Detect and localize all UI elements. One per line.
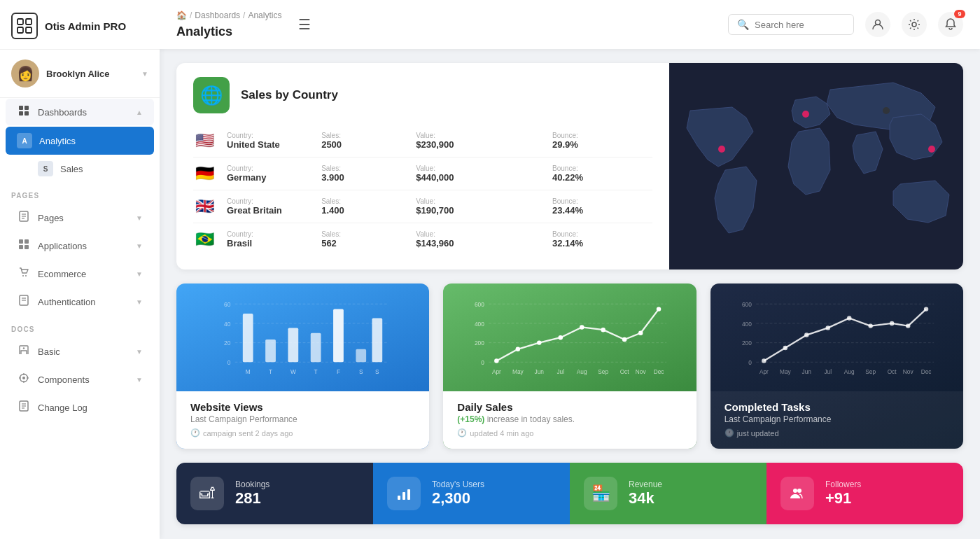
svg-point-115 xyxy=(793,489,797,493)
bounce-us: Bounce: 29.9% xyxy=(552,132,652,150)
stats-row: 🛋 Bookings 281 Today's Users 2,300 🏪 R xyxy=(176,463,963,524)
svg-text:Apr: Apr xyxy=(760,368,769,375)
svg-text:Jun: Jun xyxy=(802,368,811,375)
main-content: 🏠 / Dashboards / Analytics Analytics ☰ 🔍… xyxy=(160,0,980,539)
revenue-info: Revenue 34k xyxy=(629,479,662,507)
sidebar-item-dashboards[interactable]: Dashboards ▲ xyxy=(6,99,154,125)
user-icon-button[interactable] xyxy=(865,12,890,37)
changelog-label: Change Log xyxy=(38,402,143,413)
sales-br: Sales: 562 xyxy=(321,230,405,248)
flag-gb: 🇬🇧 xyxy=(193,197,216,216)
svg-point-74 xyxy=(622,337,626,342)
svg-text:Aug: Aug xyxy=(577,368,587,375)
svg-text:400: 400 xyxy=(475,321,484,328)
notification-badge: 9 xyxy=(954,10,965,18)
svg-point-72 xyxy=(580,325,584,329)
svg-rect-4 xyxy=(19,106,23,110)
sales-de: Sales: 3.900 xyxy=(321,164,405,183)
bookings-stat: 🛋 Bookings 281 xyxy=(176,463,373,524)
sidebar-item-ecommerce[interactable]: Ecommerce ▼ xyxy=(6,260,154,287)
sidebar-item-basic[interactable]: Basic ▼ xyxy=(6,338,154,365)
hamburger-button[interactable]: ☰ xyxy=(293,13,316,36)
svg-text:Apr: Apr xyxy=(492,368,501,375)
world-map xyxy=(669,63,963,270)
analytics-badge: A xyxy=(17,133,32,148)
revenue-stat: 🏪 Revenue 34k xyxy=(570,463,766,524)
sidebar-item-authentication[interactable]: Authentication ▼ xyxy=(6,288,154,315)
svg-text:F: F xyxy=(337,368,340,375)
pages-section-label: PAGES xyxy=(0,182,160,204)
today-users-info: Today's Users 2,300 xyxy=(432,479,484,507)
sidebar-item-analytics[interactable]: A Analytics xyxy=(6,127,154,155)
logo-icon xyxy=(11,13,38,39)
svg-rect-46 xyxy=(243,314,253,362)
analytics-label: Analytics xyxy=(39,136,143,146)
svg-point-100 xyxy=(890,321,894,326)
followers-stat: Followers +91 xyxy=(766,463,963,524)
svg-rect-6 xyxy=(19,111,23,115)
user-chevron-icon: ▼ xyxy=(141,70,148,78)
sidebar-item-components[interactable]: Components ▼ xyxy=(6,366,154,393)
svg-point-102 xyxy=(923,307,927,311)
svg-text:0: 0 xyxy=(482,359,485,366)
svg-point-98 xyxy=(847,316,851,320)
website-views-card: 60 40 20 0 M T xyxy=(176,284,429,449)
settings-icon-button[interactable] xyxy=(902,12,927,37)
svg-text:S: S xyxy=(375,368,379,375)
svg-text:Aug: Aug xyxy=(844,368,854,375)
components-icon xyxy=(17,372,31,386)
bounce-br: Bounce: 32.14% xyxy=(552,230,652,248)
svg-point-101 xyxy=(906,323,910,328)
clock-icon: 🕐 xyxy=(724,428,734,438)
sidebar-item-changelog[interactable]: Change Log xyxy=(6,394,154,421)
svg-rect-50 xyxy=(333,309,344,363)
completed-tasks-title: Completed Tasks xyxy=(724,401,949,413)
website-views-footer: Website Views Last Campaign Performance … xyxy=(176,391,429,449)
sidebar-item-sales[interactable]: S Sales xyxy=(6,156,154,181)
daily-sales-title: Daily Sales xyxy=(457,401,682,413)
svg-point-97 xyxy=(825,326,830,330)
svg-text:200: 200 xyxy=(475,340,484,346)
applications-label: Applications xyxy=(38,241,129,251)
docs-section-label: DOCS xyxy=(0,316,160,337)
breadcrumb-dashboards[interactable]: Dashboards xyxy=(195,10,240,20)
bookings-label: Bookings xyxy=(235,479,270,489)
completed-tasks-chart: 600 400 200 0 Apr xyxy=(710,284,963,391)
world-map-section xyxy=(669,63,963,270)
svg-text:600: 600 xyxy=(742,301,752,308)
flag-de: 🇩🇪 xyxy=(193,164,216,183)
svg-text:Dec: Dec xyxy=(654,368,664,375)
svg-rect-3 xyxy=(26,27,31,33)
svg-rect-15 xyxy=(24,245,29,249)
svg-text:Jul: Jul xyxy=(557,368,565,375)
svg-rect-52 xyxy=(372,318,382,363)
sales-country-left: 🌐 Sales by Country 🇺🇸 Country: United St… xyxy=(176,63,669,270)
ecommerce-label: Ecommerce xyxy=(38,269,129,279)
svg-rect-14 xyxy=(19,245,23,249)
svg-point-73 xyxy=(601,328,606,332)
svg-point-23 xyxy=(22,377,25,379)
applications-icon xyxy=(17,239,31,253)
followers-value: +91 xyxy=(825,489,861,507)
svg-rect-114 xyxy=(407,489,410,500)
sidebar-item-pages[interactable]: Pages ▼ xyxy=(6,204,154,231)
content-area: 🌐 Sales by Country 🇺🇸 Country: United St… xyxy=(160,49,980,539)
sidebar-item-applications[interactable]: Applications ▼ xyxy=(6,232,154,259)
svg-point-34 xyxy=(718,146,725,153)
user-profile[interactable]: 👩 Brooklyn Alice ▼ xyxy=(0,50,160,98)
sidebar: Otis Admin PRO 👩 Brooklyn Alice ▼ Dashbo… xyxy=(0,0,160,539)
svg-point-68 xyxy=(494,358,498,363)
svg-point-75 xyxy=(638,331,643,335)
pages-chevron-icon: ▼ xyxy=(136,214,143,222)
revenue-icon: 🏪 xyxy=(584,477,617,510)
basic-chevron-icon: ▼ xyxy=(136,348,143,356)
user-name: Brooklyn Alice xyxy=(46,69,134,79)
search-box: 🔍 xyxy=(728,14,854,35)
search-input[interactable] xyxy=(755,20,845,30)
svg-text:20: 20 xyxy=(224,340,231,346)
value-gb: Value: $190,700 xyxy=(416,197,541,216)
svg-text:Nov: Nov xyxy=(636,368,647,375)
svg-rect-49 xyxy=(311,333,321,363)
svg-point-76 xyxy=(657,307,661,311)
notification-button[interactable]: 9 xyxy=(938,12,963,37)
